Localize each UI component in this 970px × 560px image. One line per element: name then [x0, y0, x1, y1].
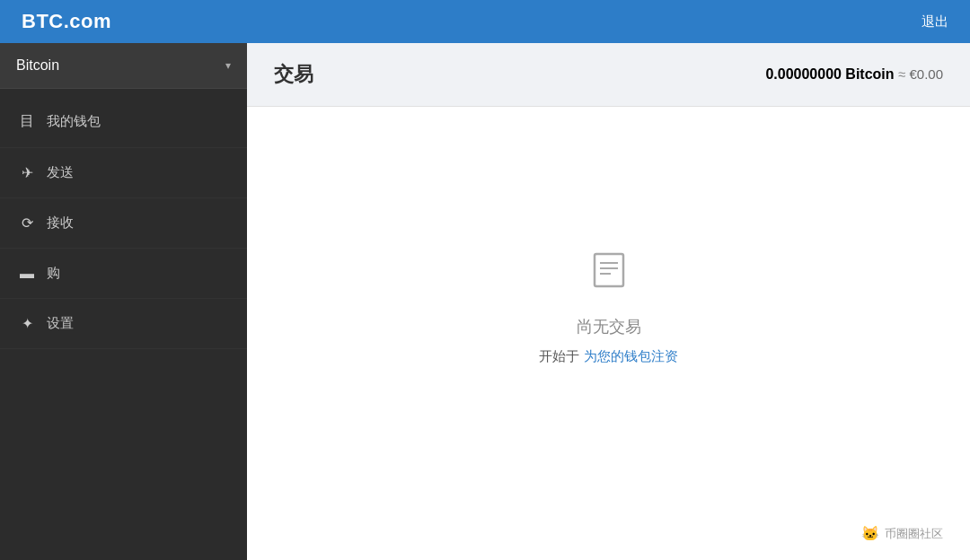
app-header: BTC.com 退出	[0, 0, 970, 43]
sidebar-item-label-buy: 购	[47, 265, 60, 282]
logout-button[interactable]: 退出	[922, 13, 948, 31]
chevron-down-icon: ▾	[225, 59, 231, 72]
empty-sub-text: 开始于 为您的钱包注资	[539, 348, 677, 365]
empty-state-icon	[587, 249, 630, 302]
page-title: 交易	[274, 61, 313, 88]
svg-rect-0	[595, 254, 623, 286]
send-icon: ✈	[18, 164, 36, 181]
sidebar: Bitcoin ▾ 目 我的钱包 ✈ 发送 ⟳ 接收 ▬ 购 ✦	[0, 43, 247, 560]
sidebar-item-settings[interactable]: ✦ 设置	[0, 299, 247, 349]
currency-selector[interactable]: Bitcoin ▾	[0, 43, 247, 89]
main-layout: Bitcoin ▾ 目 我的钱包 ✈ 发送 ⟳ 接收 ▬ 购 ✦	[0, 43, 970, 560]
sidebar-item-receive[interactable]: ⟳ 接收	[0, 198, 247, 249]
watermark-text: 币圈圈社区	[885, 526, 943, 542]
sidebar-item-buy[interactable]: ▬ 购	[0, 249, 247, 299]
fund-wallet-link[interactable]: 为您的钱包注资	[584, 348, 678, 363]
balance-approx: ≈	[898, 66, 909, 82]
sidebar-item-send[interactable]: ✈ 发送	[0, 148, 247, 198]
sidebar-item-label-settings: 设置	[47, 315, 74, 332]
currency-label: Bitcoin	[16, 57, 59, 74]
empty-state: 尚无交易 开始于 为您的钱包注资	[247, 107, 970, 560]
sidebar-item-label-receive: 接收	[47, 214, 74, 232]
sidebar-nav: 目 我的钱包 ✈ 发送 ⟳ 接收 ▬ 购 ✦ 设置	[0, 89, 247, 560]
app-logo: BTC.com	[22, 10, 111, 33]
balance-btc: 0.00000000 Bitcoin	[765, 66, 894, 82]
settings-icon: ✦	[18, 315, 36, 332]
watermark-icon: 🐱	[861, 525, 879, 542]
balance-fiat: €0.00	[909, 66, 943, 82]
empty-main-text: 尚无交易	[577, 316, 641, 337]
balance-display: 0.00000000 Bitcoin ≈ €0.00	[765, 66, 943, 83]
content-area: 交易 0.00000000 Bitcoin ≈ €0.00 尚无交易 开始于 为…	[247, 43, 970, 560]
empty-sub-prefix: 开始于	[539, 348, 583, 363]
sidebar-item-label-wallet: 我的钱包	[47, 113, 101, 130]
watermark: 🐱 币圈圈社区	[861, 525, 943, 542]
content-header: 交易 0.00000000 Bitcoin ≈ €0.00	[247, 43, 970, 107]
receive-icon: ⟳	[18, 214, 36, 232]
sidebar-item-wallet[interactable]: 目 我的钱包	[0, 96, 247, 148]
buy-icon: ▬	[18, 266, 36, 282]
sidebar-item-label-send: 发送	[47, 164, 74, 181]
wallet-icon: 目	[18, 112, 36, 131]
